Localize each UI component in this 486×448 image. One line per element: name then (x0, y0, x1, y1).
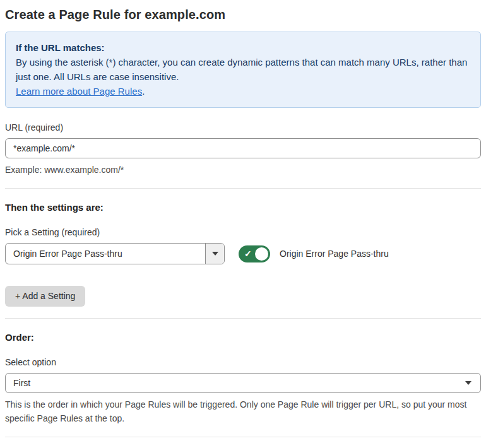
info-box-heading: If the URL matches: (16, 40, 470, 55)
setting-dropdown-value: Origin Error Page Pass-thru (6, 244, 205, 264)
pick-setting-label: Pick a Setting (required) (5, 227, 481, 237)
link-suffix: . (142, 86, 145, 97)
toggle-knob (255, 247, 268, 261)
order-helper-text: This is the order in which your Page Rul… (5, 398, 480, 425)
url-field-label: URL (required) (5, 122, 481, 133)
url-input[interactable] (5, 138, 481, 158)
order-select-label: Select option (5, 357, 481, 367)
url-match-info-box: If the URL matches: By using the asteris… (5, 32, 481, 108)
caret-down-icon (212, 252, 218, 256)
order-section-heading: Order: (5, 332, 481, 343)
order-select-value: First (13, 378, 30, 388)
setting-dropdown-caret-button[interactable] (205, 244, 224, 264)
divider (5, 188, 481, 189)
add-setting-button[interactable]: + Add a Setting (5, 286, 85, 307)
setting-toggle[interactable]: ✓ (239, 245, 270, 262)
divider (5, 437, 481, 437)
setting-toggle-label: Origin Error Page Pass-thru (280, 249, 389, 259)
page-title: Create a Page Rule for example.com (5, 8, 481, 22)
url-helper-text: Example: www.example.com/* (5, 163, 481, 177)
settings-section-heading: Then the settings are: (5, 202, 481, 213)
info-box-body: By using the asterisk (*) character, you… (16, 55, 470, 84)
setting-row: Origin Error Page Pass-thru ✓ Origin Err… (5, 243, 481, 264)
check-icon: ✓ (244, 249, 252, 258)
setting-dropdown[interactable]: Origin Error Page Pass-thru (5, 243, 225, 264)
divider (5, 318, 481, 319)
learn-more-link[interactable]: Learn more about Page Rules (16, 86, 142, 97)
caret-down-icon (465, 381, 471, 385)
order-select[interactable]: First (5, 373, 481, 393)
info-box-link-line: Learn more about Page Rules. (16, 84, 470, 98)
